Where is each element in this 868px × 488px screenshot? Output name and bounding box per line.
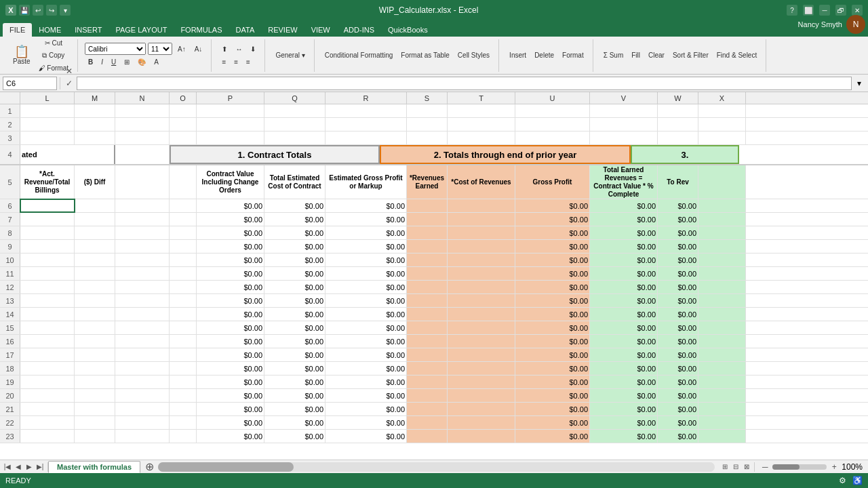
- cell-P11[interactable]: $0.00: [197, 267, 264, 280]
- sum-button[interactable]: Σ Sum: [600, 49, 627, 61]
- italic-button[interactable]: I: [98, 56, 106, 68]
- formula-input[interactable]: [77, 77, 852, 90]
- cell-U17[interactable]: $0.00: [515, 348, 590, 361]
- cell-W18[interactable]: $0.00: [658, 362, 698, 375]
- cell-N19[interactable]: [115, 375, 170, 388]
- cell-P10[interactable]: $0.00: [197, 253, 264, 266]
- zoom-slider[interactable]: [772, 464, 827, 470]
- next-sheet-btn[interactable]: ▶: [24, 462, 34, 472]
- cell-O20[interactable]: [170, 389, 197, 402]
- align-middle-button[interactable]: ↔: [232, 43, 245, 55]
- cell-S19[interactable]: [407, 375, 448, 388]
- cell-Q8[interactable]: $0.00: [264, 226, 326, 239]
- cell-X8[interactable]: [698, 226, 746, 239]
- cell-V13[interactable]: $0.00: [590, 294, 658, 307]
- cell-V23[interactable]: $0.00: [590, 430, 658, 443]
- cell-M21[interactable]: [75, 403, 115, 415]
- cell-N20[interactable]: [115, 389, 170, 402]
- cell-W8[interactable]: $0.00: [658, 226, 698, 239]
- cell-L13[interactable]: [20, 294, 75, 307]
- cell-W20[interactable]: $0.00: [658, 389, 698, 402]
- col-header-P[interactable]: P: [197, 92, 264, 104]
- cell-V7[interactable]: $0.00: [590, 213, 658, 226]
- cell-N12[interactable]: [115, 281, 170, 293]
- cell-L23[interactable]: [20, 430, 75, 443]
- row-num-4[interactable]: 4: [0, 145, 20, 164]
- row-num-12[interactable]: 12: [0, 281, 20, 293]
- font-color-button[interactable]: A: [151, 56, 162, 68]
- cell-M1[interactable]: [75, 104, 115, 117]
- align-center-button[interactable]: ≡: [231, 56, 241, 68]
- cell-W16[interactable]: $0.00: [658, 335, 698, 348]
- cell-W10[interactable]: $0.00: [658, 253, 698, 266]
- cell-N1[interactable]: [115, 104, 170, 117]
- cell-P2[interactable]: [197, 118, 264, 131]
- cell-M17[interactable]: [75, 348, 115, 361]
- cell-U2[interactable]: [515, 118, 590, 131]
- page-layout-view-icon[interactable]: ⊟: [731, 462, 741, 472]
- col-header-L[interactable]: L: [20, 92, 75, 104]
- cell-V15[interactable]: $0.00: [590, 321, 658, 334]
- cell-P6[interactable]: $0.00: [197, 199, 264, 212]
- cell-Q2[interactable]: [264, 118, 326, 131]
- cell-R2[interactable]: [326, 118, 407, 131]
- cell-P17[interactable]: $0.00: [197, 348, 264, 361]
- cell-Q16[interactable]: $0.00: [264, 335, 326, 348]
- cell-N2[interactable]: [115, 118, 170, 131]
- cell-P7[interactable]: $0.00: [197, 213, 264, 226]
- cell-R22[interactable]: $0.00: [326, 416, 407, 429]
- excel-icon[interactable]: X: [5, 5, 16, 16]
- cell-V21[interactable]: $0.00: [590, 403, 658, 415]
- cell-O17[interactable]: [170, 348, 197, 361]
- cell-T19[interactable]: [448, 375, 515, 388]
- cell-X7[interactable]: [698, 213, 746, 226]
- cell-M16[interactable]: [75, 335, 115, 348]
- cell-O13[interactable]: [170, 294, 197, 307]
- cell-Q1[interactable]: [264, 104, 326, 117]
- zoom-out-btn[interactable]: ─: [760, 462, 770, 472]
- cell-R10[interactable]: $0.00: [326, 253, 407, 266]
- cell-S15[interactable]: [407, 321, 448, 334]
- copy-button[interactable]: ⧉ Copy: [35, 49, 72, 62]
- cell-V20[interactable]: $0.00: [590, 389, 658, 402]
- cell-Q18[interactable]: $0.00: [264, 362, 326, 375]
- minimize-icon[interactable]: ─: [819, 5, 830, 16]
- tab-insert[interactable]: INSERT: [68, 23, 108, 37]
- row-num-22[interactable]: 22: [0, 416, 20, 429]
- tab-review[interactable]: REVIEW: [261, 23, 304, 37]
- cell-W21[interactable]: $0.00: [658, 403, 698, 415]
- cell-Q19[interactable]: $0.00: [264, 375, 326, 388]
- cell-X9[interactable]: [698, 240, 746, 253]
- row-num-16[interactable]: 16: [0, 335, 20, 348]
- cell-Q7[interactable]: $0.00: [264, 213, 326, 226]
- cell-U18[interactable]: $0.00: [515, 362, 590, 375]
- cell-X15[interactable]: [698, 321, 746, 334]
- cell-O1[interactable]: [170, 104, 197, 117]
- row-num-15[interactable]: 15: [0, 321, 20, 334]
- cell-L4[interactable]: ated: [20, 145, 115, 164]
- cell-U22[interactable]: $0.00: [515, 416, 590, 429]
- cell-T9[interactable]: [448, 240, 515, 253]
- cell-Q6[interactable]: $0.00: [264, 199, 326, 212]
- cell-V12[interactable]: $0.00: [590, 281, 658, 293]
- cell-S2[interactable]: [407, 118, 448, 131]
- cell-V22[interactable]: $0.00: [590, 416, 658, 429]
- cell-P15[interactable]: $0.00: [197, 321, 264, 334]
- cell-L6[interactable]: [20, 199, 75, 212]
- col-header-U[interactable]: U: [515, 92, 590, 104]
- cell-V5[interactable]: Total Earned Revenues = Contract Value *…: [590, 165, 658, 199]
- cell-X23[interactable]: [698, 430, 746, 443]
- cell-L9[interactable]: [20, 240, 75, 253]
- fill-color-button[interactable]: 🎨: [134, 56, 149, 68]
- insert-cells-button[interactable]: Insert: [506, 49, 530, 61]
- last-sheet-btn[interactable]: ▶|: [35, 462, 45, 472]
- cell-S7[interactable]: [407, 213, 448, 226]
- cell-N18[interactable]: [115, 362, 170, 375]
- cell-V19[interactable]: $0.00: [590, 375, 658, 388]
- font-size-select[interactable]: 11: [148, 43, 172, 55]
- cell-R6[interactable]: $0.00: [326, 199, 407, 212]
- cell-R9[interactable]: $0.00: [326, 240, 407, 253]
- cell-O22[interactable]: [170, 416, 197, 429]
- expand-formula-icon[interactable]: ▾: [853, 77, 865, 89]
- cell-O18[interactable]: [170, 362, 197, 375]
